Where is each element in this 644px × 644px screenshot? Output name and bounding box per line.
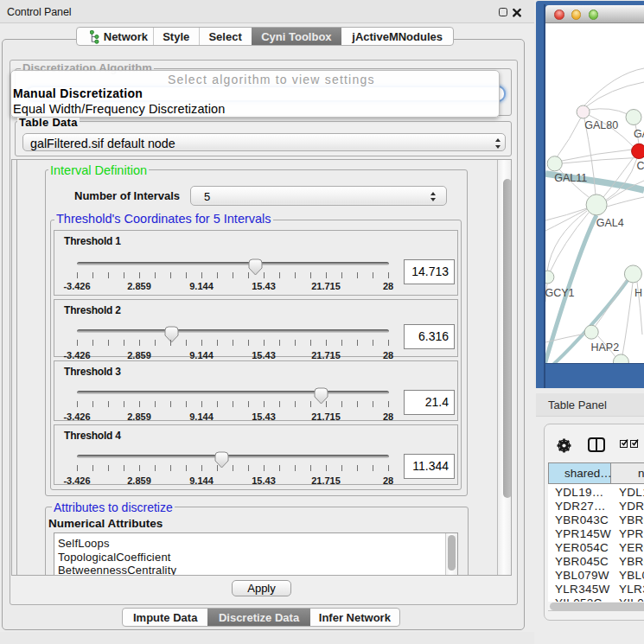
- svg-text:GA: GA: [634, 128, 644, 140]
- svg-text:GCY1: GCY1: [545, 287, 575, 299]
- svg-text:HAP2: HAP2: [591, 341, 620, 354]
- svg-text:GAL4: GAL4: [596, 217, 624, 229]
- svg-text:H: H: [634, 287, 642, 299]
- svg-text:GAL11: GAL11: [554, 172, 587, 184]
- svg-text:C: C: [636, 160, 644, 172]
- svg-text:GAL80: GAL80: [584, 119, 618, 131]
